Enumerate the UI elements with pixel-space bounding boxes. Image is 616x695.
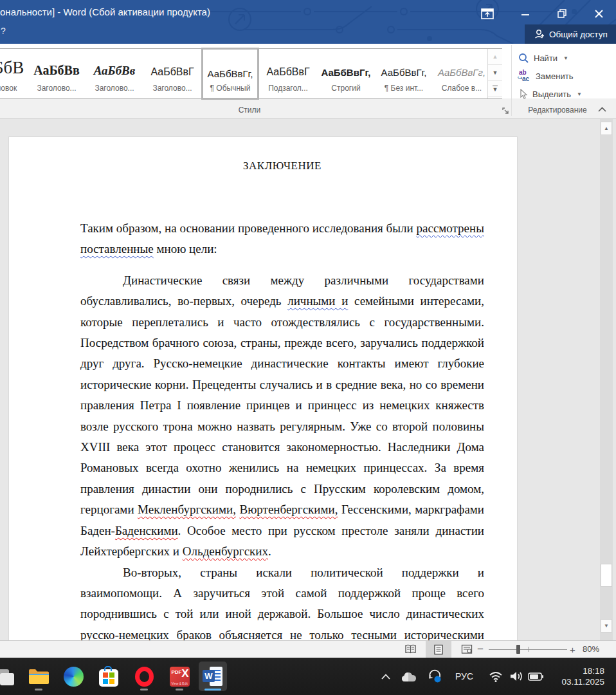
- file-explorer-icon: [28, 668, 50, 685]
- gallery-more-button[interactable]: ▼: [488, 81, 502, 97]
- battery-icon: [528, 672, 543, 681]
- styles-gallery-scroll: ▲ ▼ ▼: [487, 49, 502, 98]
- onedrive-cloud-icon: [401, 671, 417, 682]
- select-button[interactable]: Выделить ▼: [518, 86, 582, 102]
- clock[interactable]: 18:18 03.11.2025: [550, 658, 604, 695]
- chevron-up-icon: [381, 674, 390, 680]
- select-dropdown-arrow: ▼: [577, 91, 582, 97]
- editing-group-label: Редактирование: [513, 106, 602, 115]
- minimize-icon: [521, 9, 530, 18]
- status-bar: − + 80%: [0, 640, 616, 658]
- close-icon: [594, 9, 604, 19]
- title-bar: ональности] - Word (Сбой активации проду…: [0, 0, 616, 44]
- print-layout-button[interactable]: [426, 641, 451, 658]
- ribbon-display-options-button[interactable]: [476, 5, 498, 22]
- style-item-4[interactable]: АаБбВвГг,¶ Обычный: [201, 48, 259, 100]
- running-indicator: [35, 689, 42, 690]
- style-item-7[interactable]: АаБбВвГг,¶ Без инт...: [375, 50, 433, 98]
- onedrive-tray-icon[interactable]: [399, 658, 419, 695]
- style-item-3[interactable]: АаБбВвГЗаголово...: [143, 50, 201, 98]
- pdf-viewer-icon: PDF X View & Edit: [170, 667, 190, 687]
- taskbar-pdf-viewer[interactable]: PDF X View & Edit: [165, 662, 194, 691]
- language-indicator[interactable]: РУС: [450, 658, 478, 695]
- style-label: ¶ Обычный: [203, 84, 257, 93]
- scrollbar-thumb[interactable]: [601, 564, 612, 587]
- style-label: Подзагол...: [259, 84, 317, 93]
- style-item-2[interactable]: АаБбВвЗаголово...: [86, 50, 143, 98]
- share-button[interactable]: Общий доступ: [525, 24, 616, 44]
- gallery-scroll-down-button[interactable]: ▼: [488, 65, 502, 81]
- select-cursor-icon: [518, 89, 528, 100]
- text-run: Во-вторых, страны искали политической по…: [80, 566, 484, 641]
- add-person-icon: [534, 29, 545, 39]
- styles-group-label: Стили: [193, 106, 306, 115]
- battery-tray-icon[interactable]: [526, 658, 545, 695]
- style-label: Заголовок: [0, 84, 28, 93]
- zoom-in-button[interactable]: +: [570, 641, 575, 658]
- taskbar-word[interactable]: W: [199, 662, 227, 691]
- word-window: ональности] - Word (Сбой активации проду…: [0, 0, 616, 695]
- document-page[interactable]: ЗАКЛЮЧЕНИЕ Таким образом, на основании п…: [8, 136, 518, 640]
- spelling-error: Ольденбургских: [183, 544, 268, 558]
- paragraph-2[interactable]: Во-вторых, страны искали политической по…: [80, 562, 484, 641]
- zoom-slider-track[interactable]: [489, 649, 567, 650]
- taskbar-microsoft-store[interactable]: [95, 662, 123, 691]
- style-label: Слабое в...: [433, 84, 491, 93]
- find-dropdown-arrow: ▼: [563, 55, 568, 61]
- styles-dialog-launcher[interactable]: [502, 106, 510, 114]
- scroll-up-button[interactable]: ▲: [601, 122, 612, 135]
- sync-tray-icon[interactable]: [424, 658, 445, 695]
- zoom-out-button[interactable]: −: [477, 641, 484, 658]
- document-paragraphs: Таким образом, на основании проведенного…: [80, 218, 484, 640]
- taskbar-opera[interactable]: [130, 662, 158, 691]
- document-heading[interactable]: ЗАКЛЮЧЕНИЕ: [80, 159, 484, 173]
- style-item-8[interactable]: АаБбВвГг,Слабое в...: [433, 50, 491, 98]
- zoom-slider-tick: [529, 647, 529, 652]
- volume-icon: [509, 671, 523, 682]
- style-label: Заголово...: [143, 84, 201, 93]
- style-label: Заголово...: [28, 84, 86, 93]
- style-label: Строгий: [317, 84, 375, 93]
- ribbon: АаБбВЗаголовокАаБбВвЗаголово...АаБбВвЗаг…: [0, 44, 616, 119]
- tell-me-hint[interactable]: ?: [1, 26, 6, 36]
- zoom-level[interactable]: 80%: [583, 644, 599, 654]
- sync-icon: [427, 669, 442, 683]
- taskbar-task-view[interactable]: [0, 662, 19, 691]
- replace-button[interactable]: ab ↪ ac Заменить: [518, 68, 573, 84]
- taskbar-file-explorer[interactable]: [24, 662, 53, 691]
- taskbar-edge[interactable]: [59, 662, 87, 691]
- style-sample: АаБбВ: [0, 55, 28, 78]
- style-item-0[interactable]: АаБбВЗаголовок: [0, 50, 28, 98]
- gallery-scroll-up-button[interactable]: ▲: [488, 49, 502, 65]
- collapse-ribbon-button[interactable]: [594, 103, 610, 116]
- read-mode-button[interactable]: [397, 641, 423, 658]
- vertical-scrollbar[interactable]: ▲ ▼: [600, 119, 613, 640]
- close-button[interactable]: [588, 5, 610, 22]
- grammar-error: рассмотрены: [417, 221, 484, 235]
- wifi-tray-icon[interactable]: [486, 658, 505, 695]
- active-indicator: [204, 689, 221, 690]
- style-sample: АаБбВвГг,: [433, 55, 491, 78]
- style-item-5[interactable]: АаБбВвГПодзагол...: [259, 50, 317, 98]
- ribbon-display-options-icon: [481, 8, 494, 19]
- zoom-slider-thumb[interactable]: [516, 645, 520, 654]
- read-mode-icon: [404, 644, 417, 654]
- web-layout-button[interactable]: [454, 641, 480, 658]
- style-sample: АаБбВвГг,: [375, 55, 433, 78]
- restore-button[interactable]: [551, 5, 573, 22]
- find-button[interactable]: Найти ▼: [518, 50, 568, 66]
- running-indicator: [140, 689, 148, 690]
- paragraph-1[interactable]: Династические связи между различными гос…: [80, 270, 484, 562]
- spelling-error: Вюртенбергскими,: [239, 503, 338, 516]
- select-label: Выделить: [532, 89, 571, 99]
- word-icon: W: [203, 667, 223, 686]
- style-item-6[interactable]: АаБбВвГг,Строгий: [317, 50, 375, 98]
- hidden-icons-button[interactable]: [378, 658, 394, 695]
- style-item-1[interactable]: АаБбВвЗаголово...: [28, 50, 86, 98]
- scroll-down-button[interactable]: ▼: [601, 619, 612, 633]
- minimize-button[interactable]: [514, 5, 536, 22]
- spelling-error: Мекленбургскими,: [138, 503, 236, 516]
- wifi-icon: [489, 671, 503, 682]
- volume-tray-icon[interactable]: [507, 658, 526, 695]
- paragraph-0[interactable]: Таким образом, на основании проведенного…: [80, 218, 484, 260]
